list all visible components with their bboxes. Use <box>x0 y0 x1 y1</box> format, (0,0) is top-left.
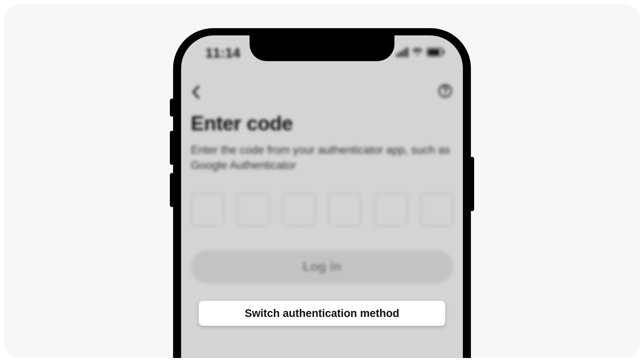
phone-notch <box>250 35 394 61</box>
nav-bar <box>181 80 463 104</box>
phone-mute-switch <box>170 99 174 117</box>
back-button[interactable] <box>192 85 200 101</box>
code-digit-6[interactable] <box>420 193 453 226</box>
svg-point-1 <box>444 93 446 95</box>
page-title: Enter code <box>191 112 453 135</box>
switch-auth-button[interactable]: Switch authentication method <box>199 301 445 326</box>
help-icon <box>438 84 452 98</box>
phone-volume-down <box>170 173 174 207</box>
code-digit-4[interactable] <box>328 193 361 226</box>
status-right <box>396 47 443 57</box>
page-subtitle: Enter the code from your authenticator a… <box>191 142 453 173</box>
phone-frame: 11:14 <box>173 28 471 358</box>
code-digit-3[interactable] <box>283 193 316 226</box>
code-input-row <box>191 193 453 226</box>
chevron-left-icon <box>192 85 200 99</box>
switch-auth-container: Switch authentication method <box>199 301 445 326</box>
help-button[interactable] <box>438 84 452 100</box>
code-digit-1[interactable] <box>191 193 224 226</box>
login-button[interactable]: Log in <box>191 250 453 283</box>
phone-screen: 11:14 <box>181 35 463 358</box>
code-digit-2[interactable] <box>237 193 270 226</box>
battery-icon <box>427 48 443 57</box>
outer-panel: 11:14 <box>4 4 640 358</box>
code-digit-5[interactable] <box>374 193 407 226</box>
phone-volume-up <box>170 131 174 165</box>
phone-power-button <box>470 157 474 211</box>
wifi-icon <box>412 48 423 57</box>
status-time: 11:14 <box>205 45 240 61</box>
cellular-icon <box>396 47 408 57</box>
content-area: Enter code Enter the code from your auth… <box>191 112 453 283</box>
